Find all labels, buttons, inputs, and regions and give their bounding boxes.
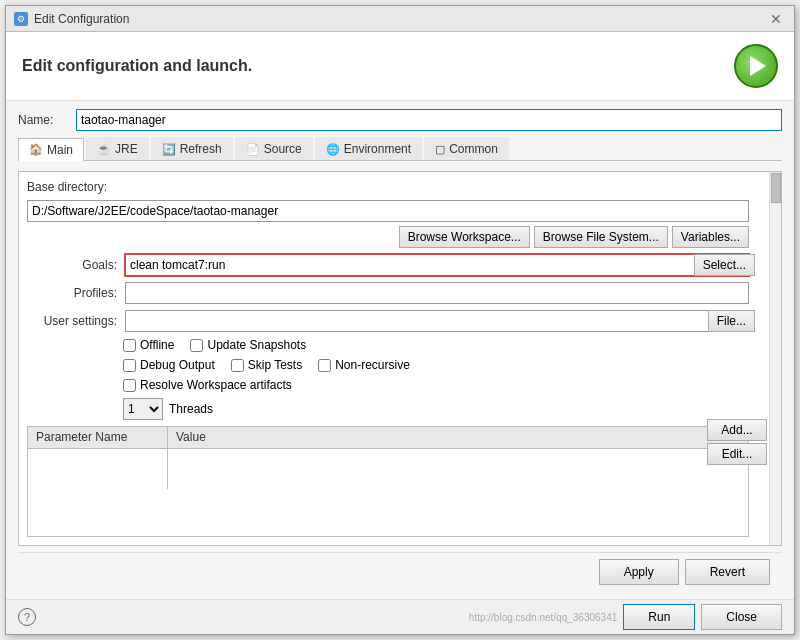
- tabs-row: 🏠 Main ☕ JRE 🔄 Refresh 📄 Source 🌐 Enviro…: [18, 137, 782, 161]
- tab-main-label: Main: [47, 143, 73, 157]
- resolve-workspace-label: Resolve Workspace artifacts: [140, 378, 292, 392]
- tab-environment-icon: 🌐: [326, 143, 340, 156]
- skip-tests-checkbox-item: Skip Tests: [231, 358, 302, 372]
- tab-source-icon: 📄: [246, 143, 260, 156]
- close-dialog-button[interactable]: ✕: [766, 9, 786, 29]
- config-icon: ⚙: [14, 12, 28, 26]
- update-snapshots-label: Update Snapshots: [207, 338, 306, 352]
- params-table: Parameter Name Value: [27, 426, 749, 537]
- base-dir-label: Base directory:: [27, 180, 773, 194]
- watermark: http://blog.csdn.net/qq_36306341: [469, 612, 617, 623]
- title-bar-left: ⚙ Edit Configuration: [14, 12, 129, 26]
- user-settings-input[interactable]: [125, 310, 749, 332]
- apply-button[interactable]: Apply: [599, 559, 679, 585]
- param-name-col-header: Parameter Name: [28, 427, 168, 448]
- revert-button[interactable]: Revert: [685, 559, 770, 585]
- params-table-header: Parameter Name Value: [28, 427, 748, 449]
- base-dir-buttons: Browse Workspace... Browse File System..…: [27, 226, 749, 248]
- run-close-area: http://blog.csdn.net/qq_36306341 Run Clo…: [469, 604, 782, 630]
- profiles-row: Profiles:: [27, 282, 773, 304]
- non-recursive-label: Non-recursive: [335, 358, 410, 372]
- scrollbar[interactable]: [769, 172, 781, 545]
- tab-refresh-label: Refresh: [180, 142, 222, 156]
- edit-configuration-dialog: ⚙ Edit Configuration ✕ Edit configuratio…: [5, 5, 795, 635]
- debug-output-label: Debug Output: [140, 358, 215, 372]
- variables-button[interactable]: Variables...: [672, 226, 749, 248]
- user-settings-row: User settings: File...: [27, 310, 773, 332]
- skip-tests-label: Skip Tests: [248, 358, 302, 372]
- non-recursive-checkbox[interactable]: [318, 359, 331, 372]
- threads-row: 1 2 4 8 Threads: [123, 398, 773, 420]
- params-cell-name: [28, 449, 168, 489]
- checkboxes-row3: Resolve Workspace artifacts: [123, 378, 773, 392]
- tab-refresh-icon: 🔄: [162, 143, 176, 156]
- profiles-input[interactable]: [125, 282, 749, 304]
- name-row: Name:: [18, 109, 782, 131]
- debug-output-checkbox-item: Debug Output: [123, 358, 215, 372]
- tab-source-label: Source: [264, 142, 302, 156]
- offline-checkbox-item: Offline: [123, 338, 174, 352]
- scrollbar-thumb[interactable]: [771, 173, 781, 203]
- checkboxes-row2: Debug Output Skip Tests Non-recursive: [123, 358, 773, 372]
- header-section: Edit configuration and launch.: [6, 32, 794, 101]
- profiles-label: Profiles:: [27, 286, 117, 300]
- resolve-workspace-checkbox[interactable]: [123, 379, 136, 392]
- user-settings-label: User settings:: [27, 314, 117, 328]
- tab-source[interactable]: 📄 Source: [235, 137, 313, 160]
- skip-tests-checkbox[interactable]: [231, 359, 244, 372]
- dialog-title: Edit Configuration: [34, 12, 129, 26]
- run-close-row: Run Close: [623, 604, 782, 630]
- non-recursive-checkbox-item: Non-recursive: [318, 358, 410, 372]
- tab-environment-label: Environment: [344, 142, 411, 156]
- browse-workspace-button[interactable]: Browse Workspace...: [399, 226, 530, 248]
- threads-label: Threads: [169, 402, 213, 416]
- run-button[interactable]: Run: [623, 604, 695, 630]
- help-button[interactable]: ?: [18, 608, 36, 626]
- param-value-col-header: Value: [168, 427, 748, 448]
- add-param-button[interactable]: Add...: [707, 419, 767, 441]
- goals-input[interactable]: [125, 254, 749, 276]
- params-actions: Add... Edit...: [707, 419, 767, 465]
- tab-common[interactable]: ▢ Common: [424, 137, 509, 160]
- play-button[interactable]: [734, 44, 778, 88]
- update-snapshots-checkbox[interactable]: [190, 339, 203, 352]
- file-button[interactable]: File...: [708, 310, 755, 332]
- threads-select[interactable]: 1 2 4 8: [123, 398, 163, 420]
- goals-label: Goals:: [27, 258, 117, 272]
- tab-main[interactable]: 🏠 Main: [18, 138, 84, 161]
- tab-refresh[interactable]: 🔄 Refresh: [151, 137, 233, 160]
- debug-output-checkbox[interactable]: [123, 359, 136, 372]
- tab-main-icon: 🏠: [29, 143, 43, 156]
- browse-filesystem-button[interactable]: Browse File System...: [534, 226, 668, 248]
- offline-label: Offline: [140, 338, 174, 352]
- tab-environment[interactable]: 🌐 Environment: [315, 137, 422, 160]
- tab-jre-icon: ☕: [97, 143, 111, 156]
- name-label: Name:: [18, 113, 68, 127]
- name-input[interactable]: [76, 109, 782, 131]
- tab-common-icon: ▢: [435, 143, 445, 156]
- goals-row: Goals: Select...: [27, 254, 773, 276]
- base-dir-input[interactable]: [27, 200, 749, 222]
- main-panel: Base directory: Browse Workspace... Brow…: [18, 171, 782, 546]
- title-bar: ⚙ Edit Configuration ✕: [6, 6, 794, 32]
- tab-jre-label: JRE: [115, 142, 138, 156]
- play-icon: [750, 56, 766, 76]
- content-area: Name: 🏠 Main ☕ JRE 🔄 Refresh 📄 Source �: [6, 101, 794, 599]
- tab-common-label: Common: [449, 142, 498, 156]
- offline-checkbox[interactable]: [123, 339, 136, 352]
- params-section: Parameter Name Value: [27, 426, 749, 537]
- checkboxes-row1: Offline Update Snapshots: [123, 338, 773, 352]
- params-cell-value: [168, 449, 748, 489]
- apply-revert-footer: Apply Revert: [18, 552, 782, 591]
- base-directory-section: Base directory: Browse Workspace... Brow…: [27, 180, 773, 248]
- header-title: Edit configuration and launch.: [22, 57, 252, 75]
- params-table-body: [28, 449, 748, 489]
- tab-jre[interactable]: ☕ JRE: [86, 137, 149, 160]
- edit-param-button[interactable]: Edit...: [707, 443, 767, 465]
- select-button[interactable]: Select...: [694, 254, 755, 276]
- update-snapshots-checkbox-item: Update Snapshots: [190, 338, 306, 352]
- resolve-workspace-checkbox-item: Resolve Workspace artifacts: [123, 378, 292, 392]
- close-button[interactable]: Close: [701, 604, 782, 630]
- bottom-bar: ? http://blog.csdn.net/qq_36306341 Run C…: [6, 599, 794, 634]
